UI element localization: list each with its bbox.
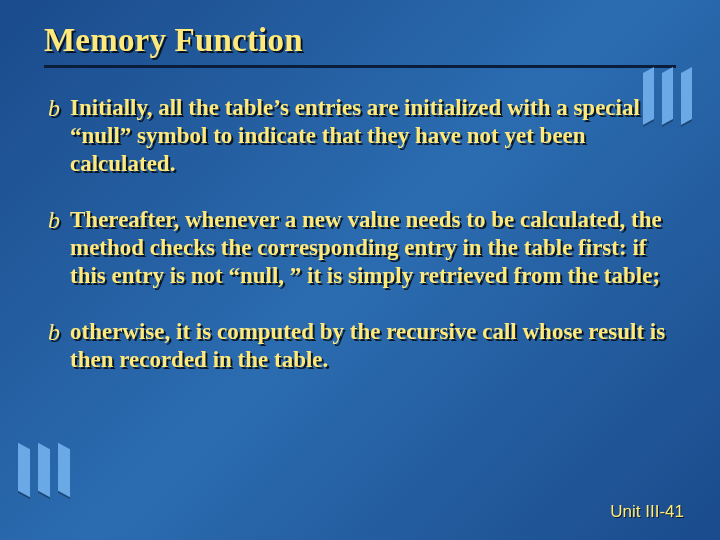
stripe-icon bbox=[58, 443, 70, 497]
stripe-icon bbox=[38, 443, 50, 497]
stripe-icon bbox=[681, 67, 692, 125]
bullet-item: b Initially, all the table’s entries are… bbox=[48, 94, 676, 178]
slide-title: Memory Function bbox=[44, 22, 676, 59]
bullet-text: Thereafter, whenever a new value needs t… bbox=[70, 206, 676, 290]
bullet-glyph-icon: b bbox=[48, 319, 60, 345]
bullet-text: Initially, all the table’s entries are i… bbox=[70, 94, 676, 178]
bullet-text: otherwise, it is computed by the recursi… bbox=[70, 318, 676, 374]
bullet-glyph-icon: b bbox=[48, 207, 60, 233]
stripe-icon bbox=[18, 443, 30, 497]
bullet-item: b Thereafter, whenever a new value needs… bbox=[48, 206, 676, 290]
bullet-item: b otherwise, it is computed by the recur… bbox=[48, 318, 676, 374]
decoration-bottom-left bbox=[18, 446, 74, 498]
slide: Memory Function b Initially, all the tab… bbox=[0, 0, 720, 540]
slide-footer: Unit III-41 bbox=[610, 502, 684, 522]
title-underline bbox=[44, 65, 676, 68]
bullet-list: b Initially, all the table’s entries are… bbox=[44, 94, 676, 374]
bullet-glyph-icon: b bbox=[48, 95, 60, 121]
